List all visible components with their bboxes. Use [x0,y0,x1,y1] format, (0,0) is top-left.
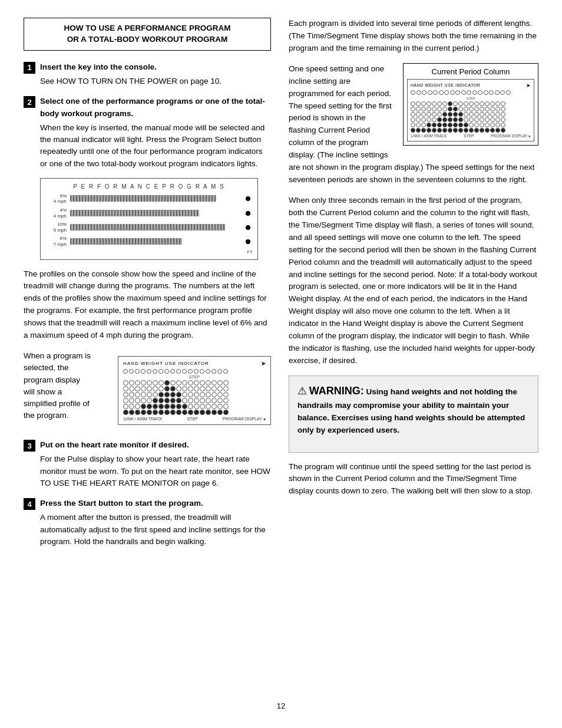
profile-row-1-dot [246,196,250,201]
mini-dots-top [123,369,266,374]
mini-display-header: HAND WEIGHT USE INDICATOR ➤ [123,360,266,367]
step-3-body: For the Pulse display to show your heart… [40,453,271,489]
step-1-number: 1 [24,62,35,74]
warning-icon: ⚠ [297,385,307,397]
cp-display: HAND WEIGHT USE INDICATOR ➤ STEP [407,79,534,141]
step-2-number: 2 [24,96,35,108]
mini-dot-11 [182,369,187,374]
mini-dot-17 [217,369,222,374]
step-2-title: Select one of the performance programs o… [40,95,271,120]
warning-text: ⚠ WARNING: Using hand weights and not ho… [297,383,530,437]
left-column: HOW TO USE A PERFORMANCE PROGRAM OR A TO… [24,18,271,690]
mini-dot-8 [164,369,169,374]
performance-profile-box: P E R F O R M A N C E P R O G R A M S 6%… [40,178,258,260]
cp-footer-left: 1/4MI / 400M TRACK [411,134,447,138]
mini-dot-1 [123,369,128,374]
mini-dot-5 [147,369,151,374]
cp-grid [411,101,531,133]
right-para-final: The program will continue until the spee… [289,461,538,498]
mini-program-display: HAND WEIGHT USE INDICATOR ➤ [118,356,271,425]
profile-row-1: 6%4 mph [48,193,250,205]
right-column: Each program is divided into several tim… [289,18,538,690]
profile-lines: 6%4 mph 4%4 mph [45,193,253,248]
mini-dot-12 [188,369,193,374]
mini-arrow-icon: ➤ [261,360,266,367]
mini-grid-row-2 [123,386,266,391]
step-2-content: Select one of the performance programs o… [40,95,271,170]
profile-row-4: 6%7 mph [48,236,250,247]
page-number: 12 [24,701,538,710]
mini-dot-18 [223,369,228,374]
mini-footer: 1/4MI / 400M TRACK STEP PROGRAM DISPLAY … [123,417,266,421]
mini-grid-row-4 [123,398,266,403]
step-2: 2 Select one of the performance programs… [24,95,271,170]
middle-text: The profiles on the console show how the… [24,268,271,342]
mini-grid-row-5 [123,404,266,409]
cp-dots-top [411,90,531,95]
inline-display-wrap: When a program is selected, the program … [24,350,271,431]
how-to-box: HOW TO USE A PERFORMANCE PROGRAM OR A TO… [24,18,271,51]
right-para-3: When only three seconds remain in the fi… [289,195,538,367]
mini-dot-16 [211,369,216,374]
profile-row-1-bar [70,195,242,202]
cp-footer: 1/4MI / 400M TRACK STEP PROGRAM DISPLAY … [411,134,531,138]
step-4: 4 Press the Start button to start the pr… [24,498,271,548]
warning-box: ⚠ WARNING: Using hand weights and not ho… [289,375,538,453]
profile-row-2-dot [246,211,250,216]
current-period-title: Current Period Column [407,67,534,76]
mini-dot-6 [153,369,157,374]
profile-row-2-bar [70,210,242,217]
inline-text-program: When a program is selected, the program … [24,350,93,422]
profile-row-2-label: 4%4 mph [48,207,67,219]
cp-header-text: HAND WEIGHT USE INDICATOR [411,83,480,87]
mini-dot-15 [206,369,210,374]
cp-step-label: STEP [411,97,531,100]
cp-arrow-icon: ➤ [526,83,531,88]
profile-row-1-label: 6%4 mph [48,193,67,205]
mini-header-text: HAND WEIGHT USE INDICATOR [123,361,209,366]
mini-dot-2 [129,369,134,374]
how-to-title: HOW TO USE A PERFORMANCE PROGRAM OR A TO… [31,23,263,45]
step-2-body: When the key is inserted, the manual mod… [40,122,271,170]
profile-ft-label: FT [45,249,253,255]
mini-dot-4 [141,369,146,374]
profile-row-4-label: 6%7 mph [48,236,67,247]
profile-label: P E R F O R M A N C E P R O G R A M S [45,183,253,190]
step-1: 1 Insert the key into the console. See H… [24,61,271,88]
step-3: 3 Put on the heart rate monitor if desir… [24,439,271,489]
profile-row-3: 10%5 mph [48,222,250,233]
step-4-number: 4 [24,498,35,510]
step-3-number: 3 [24,440,35,452]
mini-dot-10 [176,369,181,374]
step-3-title: Put on the heart rate monitor if desired… [40,439,271,451]
profile-row-3-bar [70,224,242,231]
mini-dot-9 [170,369,175,374]
step-4-content: Press the Start button to start the prog… [40,498,271,548]
step-1-title: Insert the key into the console. [40,61,222,73]
cp-header-row: HAND WEIGHT USE INDICATOR ➤ [411,83,531,88]
profile-row-3-label: 10%5 mph [48,222,67,233]
right-para-1: Each program is divided into several tim… [289,18,538,55]
mini-grid-row-3 [123,392,266,397]
step-3-content: Put on the heart rate monitor if desired… [40,439,271,489]
step-4-body: A moment after the button is pressed, th… [40,512,271,548]
mini-dot-14 [200,369,204,374]
mini-grid-row-1 [123,380,266,386]
mini-step-label: STEP [123,375,266,379]
mini-dot-7 [158,369,163,374]
step-1-body: See HOW TO TURN ON THE POWER on page 10. [40,75,222,87]
warning-title: WARNING: [309,385,364,397]
profile-row-4-bar [70,238,242,245]
profile-row-2: 4%4 mph [48,207,250,219]
mini-footer-right: PROGRAM DISPLAY ● [223,417,266,421]
page: HOW TO USE A PERFORMANCE PROGRAM OR A TO… [0,0,562,728]
step-4-title: Press the Start button to start the prog… [40,498,271,509]
step-1-content: Insert the key into the console. See HOW… [40,61,222,88]
mini-footer-left: 1/4MI / 400M TRACK [123,417,162,421]
mini-dot-3 [135,369,140,374]
mini-footer-mid: STEP [187,417,197,421]
cp-footer-mid: STEP [464,134,474,138]
mini-grid-row-6 [123,410,266,415]
inline-right-section: Current Period Column HAND WEIGHT USE IN… [289,63,538,195]
profile-row-3-dot [246,225,250,230]
